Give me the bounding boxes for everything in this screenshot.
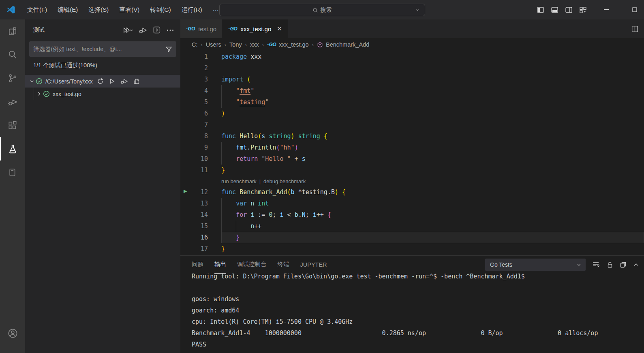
indent-guide [221, 142, 222, 153]
tab-xxx-test-go[interactable]: GO xxx_test.go ✕ [223, 19, 288, 38]
code-line-content: func Benchmark_Add(b *testing.B) { [221, 186, 644, 198]
line-number: 9 [180, 144, 208, 151]
test-filter-box[interactable] [29, 41, 176, 57]
tab-label: xxx_test.go [240, 26, 271, 32]
editor-group: GO test.go GO xxx_test.go ✕ C: › Users › [180, 19, 644, 353]
output-line [192, 282, 644, 293]
notebook-icon[interactable] [0, 160, 25, 184]
menu-item-2[interactable]: 选择(S) [83, 4, 114, 16]
run-all-tests-icon[interactable] [123, 27, 133, 34]
run-benchmark-gutter-icon[interactable]: ▶ [184, 188, 187, 194]
chevron-down-icon[interactable] [415, 8, 420, 13]
toggle-panel-icon[interactable] [551, 7, 558, 13]
account-icon[interactable] [0, 321, 25, 345]
debug-icon[interactable] [120, 78, 128, 84]
line-number: ▶12 [180, 188, 208, 196]
breadcrumb-item[interactable]: Users [206, 41, 221, 48]
line-number: 8 [180, 133, 208, 140]
menu-item-3[interactable]: 查看(V) [114, 4, 145, 16]
code-line: 11} [180, 165, 644, 176]
code-line-content: } [221, 232, 644, 243]
go-file-icon: GO [228, 26, 237, 32]
breadcrumb-item[interactable]: C: [192, 41, 198, 48]
go-file-icon: GO [267, 42, 276, 47]
indent-guide [221, 198, 222, 209]
customize-layout-icon[interactable] [580, 7, 586, 13]
indent-guide [221, 232, 222, 243]
test-tree-row[interactable]: xxx_test.go [25, 88, 180, 100]
maximize-panel-icon[interactable] [633, 262, 639, 268]
explorer-icon[interactable] [0, 19, 25, 43]
codelens-debug-benchmark[interactable]: debug benchmark [263, 178, 306, 184]
output-channel-select[interactable]: Go Tests [485, 259, 586, 271]
line-number: 4 [180, 87, 208, 94]
output-channel-value: Go Tests [490, 261, 512, 268]
activitybar-spacer [0, 184, 25, 321]
code-line: 14 for i := 0; i < b.N; i++ { [180, 209, 644, 220]
refresh-icon[interactable] [97, 78, 104, 85]
code-line-content: "fmt" [221, 85, 644, 96]
line-number: 13 [180, 200, 208, 207]
test-item-actions [97, 78, 140, 85]
code-line: 16 } [180, 232, 644, 243]
run-icon[interactable] [109, 78, 115, 84]
menu-item-4[interactable]: 转到(G) [145, 4, 176, 16]
open-output-in-editor-icon[interactable] [620, 261, 627, 268]
code-editor[interactable]: 1package xxx23import (4 "fmt"5 "testing"… [180, 51, 644, 255]
search-sidebar-icon[interactable] [0, 43, 25, 66]
test-tree-row[interactable]: /C:/Users/Tony/xxx [25, 75, 180, 88]
panel-toolbar: Go Tests [485, 259, 639, 271]
split-editor-icon[interactable] [631, 26, 638, 32]
open-panel-icon[interactable] [153, 26, 160, 34]
line-number: 1 [180, 53, 208, 60]
codelens-run-benchmark[interactable]: run benchmark [221, 178, 257, 184]
sidebar-header: 测试 [25, 19, 180, 41]
lock-icon[interactable] [607, 261, 613, 268]
tab-bar: GO test.go GO xxx_test.go ✕ [180, 19, 644, 38]
run-and-debug-icon[interactable] [0, 90, 25, 113]
output-line: cpu: Intel(R) Core(TM) i5-7500 CPU @ 3.4… [192, 316, 644, 327]
filter-icon[interactable] [165, 46, 172, 53]
menu-item-1[interactable]: 编辑(E) [52, 4, 83, 16]
source-control-icon[interactable] [0, 66, 25, 90]
tab-label: test.go [198, 26, 216, 32]
breadcrumb-symbol[interactable]: Benchmark_Add [326, 41, 369, 48]
debug-tests-icon[interactable] [139, 27, 147, 34]
extensions-icon[interactable] [0, 113, 25, 137]
testing-icon[interactable] [0, 137, 25, 160]
breadcrumb: C: › Users › Tony › xxx › GO xxx_test.go… [180, 38, 644, 51]
code-line-content: "testing" [221, 96, 644, 108]
breadcrumb-file[interactable]: xxx_test.go [279, 41, 308, 48]
breadcrumb-item[interactable]: Tony [229, 41, 242, 48]
line-number: 3 [180, 76, 208, 83]
line-number: 16 [180, 234, 208, 241]
toggle-sidebar-icon[interactable] [537, 7, 544, 13]
test-item-label: xxx_test.go [53, 91, 81, 97]
codelens-row: run benchmark|debug benchmark [221, 176, 644, 186]
titlebar-right [537, 0, 644, 19]
maximize-button[interactable] [625, 0, 644, 19]
search-command-center[interactable]: 搜索 [219, 4, 425, 16]
output-console[interactable]: Running tool: D:\Program Files\Go\bin\go… [180, 271, 644, 353]
codelens-separator: | [259, 178, 261, 184]
tab-test-go[interactable]: GO test.go [180, 19, 223, 38]
output-line: PASS [192, 339, 644, 350]
goto-file-icon[interactable] [133, 78, 140, 85]
more-actions-icon[interactable] [167, 29, 174, 31]
clear-output-icon[interactable] [593, 261, 600, 268]
code-line: 2 [180, 62, 644, 74]
breadcrumb-item[interactable]: xxx [250, 41, 259, 48]
minimize-button[interactable] [597, 0, 616, 19]
toggle-secondary-sidebar-icon[interactable] [565, 7, 572, 13]
menu-item-0[interactable]: 文件(F) [22, 4, 52, 16]
code-line-content: for i := 0; i < b.N; i++ { [221, 209, 644, 220]
code-line-content: n++ [221, 220, 644, 232]
menu-item-5[interactable]: 运行(R) [176, 4, 208, 16]
chevron-right-icon[interactable] [35, 91, 43, 97]
code-lines: 1package xxx23import (4 "fmt"5 "testing"… [180, 51, 644, 255]
close-tab-icon[interactable]: ✕ [277, 25, 282, 32]
code-line: 7 [180, 119, 644, 131]
test-filter-input[interactable] [33, 46, 165, 52]
chevron-down-icon[interactable] [28, 78, 36, 84]
output-line: goarch: amd64 [192, 305, 644, 316]
